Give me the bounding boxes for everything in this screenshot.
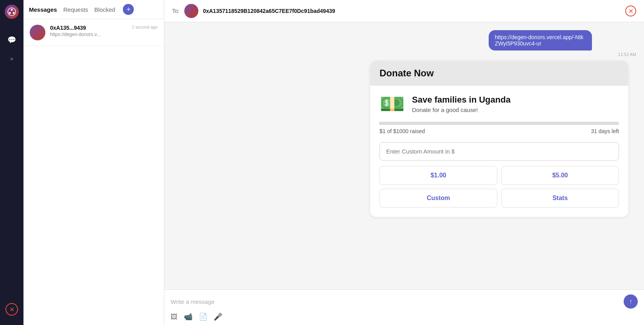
svg-point-3 <box>13 12 15 14</box>
image-icon[interactable]: 🖼 <box>171 313 178 321</box>
donate-btn-1[interactable]: $1.00 <box>380 166 497 185</box>
days-left: 31 days left <box>591 128 619 134</box>
file-icon[interactable]: 📄 <box>199 312 207 321</box>
money-icon: 💵 <box>380 94 405 114</box>
video-icon[interactable]: 📹 <box>184 312 192 321</box>
app-logo-icon[interactable] <box>5 5 19 19</box>
chevron-right-icon[interactable]: » <box>6 53 17 64</box>
donate-buttons-grid: $1.00 $5.00 Custom Stats <box>380 166 619 208</box>
donate-card: Donate Now 💵 Save families in Uganda Don… <box>370 61 628 217</box>
conversation-time: 1 second ago <box>132 25 158 29</box>
chat-bubble-icon[interactable]: 💬 <box>6 34 17 45</box>
chat-header: To: 0xA1357118529B120842a65C7EE7f0Dc91ba… <box>164 0 644 22</box>
donate-card-body: 💵 Save families in Uganda Donate for a g… <box>370 86 628 217</box>
tab-requests[interactable]: Requests <box>63 6 88 13</box>
sidebar-icons-panel: 💬 » ✕ <box>0 0 23 325</box>
header-avatar <box>184 4 198 18</box>
campaign-desc: Donate for a good cause! <box>412 107 511 113</box>
donate-card-header: Donate Now <box>370 61 628 86</box>
conversation-avatar <box>30 25 45 40</box>
campaign-name: Save families in Uganda <box>412 95 511 105</box>
donate-card-title: Donate Now <box>380 68 619 79</box>
chat-messages: https://degen-donors.vercel.app/-NtkZWyi… <box>164 22 644 289</box>
messages-tabs: Messages Requests Blocked + <box>23 0 164 19</box>
send-button[interactable]: ↑ <box>624 294 638 309</box>
message-container: https://degen-donors.vercel.app/-NtkZWyi… <box>489 30 636 57</box>
donate-btn-stats[interactable]: Stats <box>501 189 619 208</box>
message-wrapper: https://degen-donors.vercel.app/-NtkZWyi… <box>172 30 636 57</box>
chat-area: To: 0xA1357118529B120842a65C7EE7f0Dc91ba… <box>164 0 644 325</box>
chat-input-area: ↑ 🖼 📹 📄 🎤 <box>164 289 644 325</box>
campaign-text: Save families in Uganda Donate for a goo… <box>412 95 511 113</box>
amount-raised: $1 of $1000 raised <box>380 128 425 134</box>
header-address: 0xA1357118529B120842a65C7EE7f0Dc91bad494… <box>203 8 335 14</box>
tab-messages[interactable]: Messages <box>29 6 57 13</box>
progress-bar-fill <box>380 122 380 125</box>
add-conversation-button[interactable]: + <box>123 4 134 15</box>
campaign-row: 💵 Save families in Uganda Donate for a g… <box>380 94 619 114</box>
message-bubble: https://degen-donors.vercel.app/-NtkZWyi… <box>489 30 592 51</box>
tab-blocked[interactable]: Blocked <box>94 6 115 13</box>
donate-btn-custom[interactable]: Custom <box>380 189 497 208</box>
svg-point-2 <box>9 12 11 14</box>
close-sidebar-icon[interactable]: ✕ <box>5 303 18 316</box>
progress-bar-wrapper <box>380 122 619 125</box>
sidebar-bottom: ✕ <box>5 303 18 320</box>
chat-input-row: ↑ <box>171 294 638 309</box>
chat-toolbar: 🖼 📹 📄 🎤 <box>171 312 638 321</box>
conversation-name: 0xA135...9439 <box>50 25 127 31</box>
message-time: 11:52 AM <box>489 52 636 57</box>
conversation-item[interactable]: 0xA135...9439 https://degen-donors.v... … <box>23 19 164 46</box>
message-input[interactable] <box>171 298 621 305</box>
donate-btn-5[interactable]: $5.00 <box>501 166 619 185</box>
header-to-label: To: <box>172 8 180 14</box>
progress-stats: $1 of $1000 raised 31 days left <box>380 128 619 134</box>
messages-panel: Messages Requests Blocked + 0xA135...943… <box>23 0 164 325</box>
conversation-preview: https://degen-donors.v... <box>50 32 127 37</box>
header-close-button[interactable]: ✕ <box>625 5 636 16</box>
custom-amount-input[interactable] <box>380 142 619 161</box>
progress-bar-bg <box>380 122 619 125</box>
conversation-info: 0xA135...9439 https://degen-donors.v... <box>50 25 127 37</box>
svg-point-1 <box>11 9 13 11</box>
mic-icon[interactable]: 🎤 <box>214 312 222 321</box>
